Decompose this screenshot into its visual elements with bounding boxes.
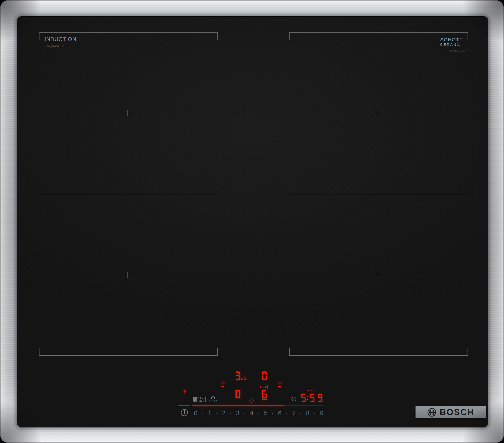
- pause-icon[interactable]: [193, 397, 197, 402]
- power-level-slider[interactable]: 0 1 2 3 4 5 6 7 8 9: [194, 409, 324, 417]
- timer-unit-label: min:s: [307, 389, 314, 392]
- slider-dot: [230, 413, 231, 414]
- power-level-4[interactable]: 4: [250, 410, 253, 417]
- cooktop-steel-frame: INDUCTION PVQ645HB1 SCHOTT CERAN® 800127…: [0, 0, 504, 443]
- power-level-7[interactable]: 7: [292, 410, 295, 417]
- power-icon[interactable]: [180, 409, 188, 417]
- arrow-to-bar-icon: [260, 385, 268, 389]
- zone-indicator-left-dashes-icon: [221, 382, 225, 387]
- zone-marker-front-left: [39, 348, 218, 356]
- slider-dot: [314, 413, 315, 414]
- pause-hold-label: 4sec: [198, 400, 205, 402]
- slider-dot: [244, 413, 245, 414]
- display-front-right-level[interactable]: [262, 390, 267, 398]
- selected-zone-underline: [262, 399, 267, 400]
- glass-brand-line1: SCHOTT: [440, 37, 468, 42]
- power-level-6[interactable]: 6: [278, 410, 282, 417]
- power-level-3[interactable]: 3: [236, 410, 239, 417]
- bosch-armature-icon: [427, 408, 436, 417]
- control-divider: [205, 397, 206, 402]
- wifi-icon: [182, 389, 188, 394]
- product-photo: INDUCTION PVQ645HB1 SCHOTT CERAN® 800127…: [0, 0, 504, 443]
- display-front-left-level[interactable]: [235, 390, 240, 398]
- boost-label: BOOST: [208, 400, 218, 402]
- model-number: PVQ645HB1: [45, 44, 65, 48]
- zone-divider-left: [39, 194, 216, 194]
- glass-brand: SCHOTT CERAN®: [440, 37, 468, 46]
- glass-brand-line2: CERAN®: [440, 43, 468, 46]
- zone-marker-front-right: [289, 348, 468, 356]
- slider-line-inactive[interactable]: [284, 405, 324, 406]
- zone-divider-right: [289, 194, 467, 194]
- power-level-8[interactable]: 8: [306, 410, 310, 417]
- key-icon[interactable]: [198, 396, 204, 400]
- registered-mark: ®: [457, 43, 460, 46]
- slider-dot: [286, 413, 287, 414]
- slider-line-start: [178, 405, 190, 406]
- double-chevron-up-icon[interactable]: [211, 396, 215, 399]
- power-level-1[interactable]: 1: [208, 410, 211, 417]
- display-timer[interactable]: [301, 394, 322, 402]
- zone-indicator-right-dashes-icon: [278, 382, 282, 387]
- power-level-2[interactable]: 2: [222, 410, 226, 417]
- zone-center-cross-rear-right: [375, 110, 381, 116]
- glass-surface: INDUCTION PVQ645HB1 SCHOTT CERAN® 800127…: [18, 17, 488, 427]
- slider-dot: [202, 413, 203, 414]
- zone-center-cross-rear-left: [125, 110, 131, 116]
- slider-dot: [258, 413, 259, 414]
- power-level-0[interactable]: 0: [194, 410, 198, 417]
- brand-name: BOSCH: [440, 408, 474, 417]
- display-rear-left-level[interactable]: [235, 372, 246, 380]
- power-level-5[interactable]: 5: [264, 410, 268, 417]
- zone-center-cross-front-left: [125, 272, 131, 278]
- slider-line-active[interactable]: [192, 405, 284, 406]
- brand-badge: BOSCH: [415, 406, 486, 418]
- slider-dot: [300, 413, 301, 414]
- power-level-9[interactable]: 9: [320, 410, 324, 417]
- slider-dot: [272, 413, 273, 414]
- star-icon[interactable]: [248, 397, 255, 404]
- type-label: INDUCTION: [45, 36, 76, 42]
- print-number: 8001279147: [450, 49, 466, 52]
- clock-icon[interactable]: [291, 397, 296, 402]
- slider-dot: [216, 413, 217, 414]
- display-rear-right-level[interactable]: [262, 372, 267, 380]
- zone-center-cross-front-right: [375, 272, 381, 278]
